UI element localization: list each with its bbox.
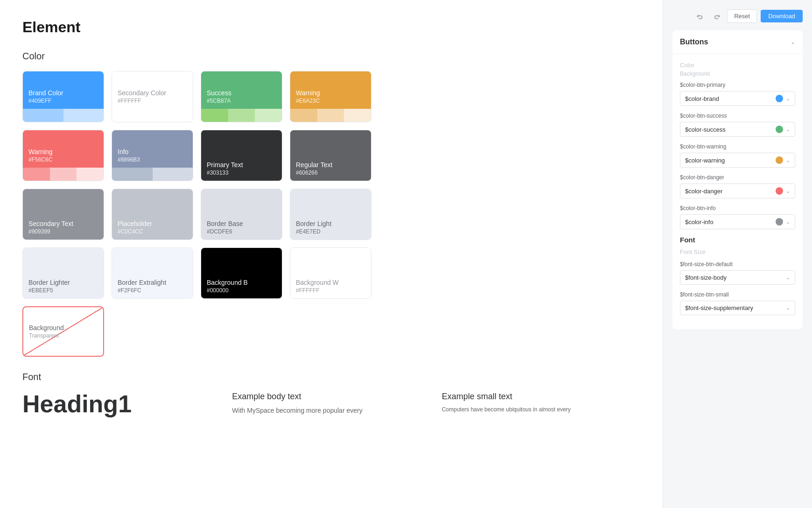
color-subsection-title: Color [680,62,795,69]
swatch-bg-white-hex: #FFFFFF [296,287,365,294]
swatch-info[interactable]: Info #8896B3 [112,130,193,181]
swatch-secondary[interactable]: Secondary Color #FFFFFF [112,71,193,122]
color-btn-success-dropdown[interactable]: $color-success ⌄ [680,122,795,137]
swatch-border-lighter-name: Border Lighter [28,279,98,286]
swatch-success[interactable]: Success #5CB87A [201,71,282,122]
swatch-brand-hex: #409EFF [28,98,98,104]
swatch-brand[interactable]: Brand Color #409EFF [22,71,104,122]
swatch-border-extralight-hex: #F2F6FC [118,287,187,294]
redo-button[interactable] [710,10,723,23]
swatch-border-light-name: Border Light [296,220,365,227]
swatch-secondary-text-hex: #909399 [28,228,98,235]
font-body-title: Example body text [232,392,430,402]
color-btn-warning-dropdown[interactable]: $color-warning ⌄ [680,153,795,168]
swatch-bg-transparent-hex: Transparent [29,332,98,339]
swatch-warning-red[interactable]: Warning #F56C6C [22,130,104,181]
buttons-chevron-icon: ⌄ [791,39,795,45]
swatch-info-name: Info [118,148,187,155]
font-section-title: Font [22,372,640,382]
color-btn-primary-chevron: ⌄ [786,96,790,102]
font-size-btn-small-label: $font-size-btn-small [680,291,795,298]
color-btn-warning-right: ⌄ [776,156,790,164]
color-btn-info-dot [776,218,783,226]
swatch-bg-white[interactable]: Background W #FFFFFF [290,247,371,299]
color-btn-danger-value: $color-danger [685,188,722,195]
font-size-btn-default-chevron: ⌄ [786,275,790,281]
color-btn-danger-label: $color-btn-danger [680,174,795,181]
color-btn-danger-chevron: ⌄ [786,188,790,194]
color-btn-warning-label: $color-btn-warning [680,143,795,150]
swatch-border-lighter-hex: #EBEEF5 [28,287,98,294]
swatch-success-hex: #5CB87A [207,98,276,104]
swatch-regular-text-hex: #606266 [296,169,365,176]
swatch-regular-text-name: Regular Text [296,161,365,169]
color-btn-success-label: $color-btn-success [680,113,795,119]
right-panel: Reset Download Buttons ⌄ Color Backgroun… [663,0,812,508]
swatch-secondary-hex: #FFFFFF [118,98,187,104]
buttons-section-title: Buttons [680,38,708,46]
swatch-warning-red-hex: #F56C6C [28,156,98,163]
swatch-primary-text[interactable]: Primary Text #303133 [201,130,282,181]
color-section-title: Color [22,51,640,62]
buttons-section-header[interactable]: Buttons ⌄ [672,30,803,54]
swatch-bg-black-hex: #000000 [207,287,276,294]
swatch-border-light-hex: #E4E7ED [296,228,365,235]
swatch-placeholder-hex: #C0C4CC [118,228,187,235]
main-content: Element Color Brand Color #409EFF Second… [0,0,663,508]
swatch-secondary-name: Secondary Color [118,89,187,97]
color-btn-info-dropdown[interactable]: $color-info ⌄ [680,214,795,229]
buttons-section: Buttons ⌄ Color Background $color-btn-pr… [672,30,803,329]
swatch-placeholder[interactable]: Placeholder #C0C4CC [112,189,193,240]
font-size-label: Font Size [680,248,795,255]
swatch-border-base[interactable]: Border Base #DCDFE6 [201,189,282,240]
font-size-btn-default-dropdown[interactable]: $font-size-body ⌄ [680,270,795,285]
swatch-border-extralight-name: Border Extralight [118,279,187,286]
swatch-border-lighter[interactable]: Border Lighter #EBEEF5 [22,247,104,299]
swatch-regular-text[interactable]: Regular Text #606266 [290,130,371,181]
reset-button[interactable]: Reset [727,9,757,23]
swatch-bg-black[interactable]: Background B #000000 [201,247,282,299]
swatch-secondary-text-name: Secondary Text [28,220,98,227]
download-button[interactable]: Download [761,10,803,22]
font-examples: Heading1 Example body text With MySpace … [22,392,640,420]
swatch-placeholder-name: Placeholder [118,220,187,227]
swatch-warning-amber[interactable]: Warning #E6A23C [290,71,371,122]
page-title: Element [22,19,640,36]
swatch-primary-text-name: Primary Text [207,161,276,169]
font-small-text: Computers have become ubiquitous in almo… [442,405,640,414]
swatch-bg-transparent-name: Background [29,324,98,332]
swatch-border-extralight[interactable]: Border Extralight #F2F6FC [112,247,193,299]
font-body-example: Example body text With MySpace becoming … [232,392,430,420]
font-subsection-main-title: Font [680,236,795,244]
swatch-primary-text-hex: #303133 [207,169,276,176]
panel-toolbar: Reset Download [663,0,812,30]
swatch-bg-transparent[interactable]: Background Transparent [22,306,104,357]
font-small-title: Example small text [442,392,640,402]
swatch-secondary-text[interactable]: Secondary Text #909399 [22,189,104,240]
swatch-border-base-hex: #DCDFE6 [207,228,276,235]
swatch-border-base-name: Border Base [207,220,276,227]
color-btn-success-value: $color-success [685,126,726,133]
undo-button[interactable] [693,10,707,23]
font-size-btn-small-dropdown[interactable]: $font-size-supplementary ⌄ [680,301,795,315]
font-small-example: Example small text Computers have become… [442,392,640,420]
swatch-warning-amber-hex: #E6A23C [296,98,365,104]
swatch-border-light[interactable]: Border Light #E4E7ED [290,189,371,240]
color-grid: Brand Color #409EFF Secondary Color #FFF… [22,71,640,357]
font-body-text: With MySpace becoming more popular every [232,405,430,416]
color-btn-primary-right: ⌄ [776,95,790,102]
color-btn-warning-value: $color-warning [685,157,725,164]
swatch-warning-amber-name: Warning [296,89,365,97]
color-btn-warning-dot [776,156,783,164]
color-btn-primary-dropdown[interactable]: $color-brand ⌄ [680,91,795,106]
swatch-brand-name: Brand Color [28,89,98,97]
panel-body: Buttons ⌄ Color Background $color-btn-pr… [663,30,812,508]
swatch-warning-red-name: Warning [28,148,98,155]
color-btn-danger-dropdown[interactable]: $color-danger ⌄ [680,183,795,198]
color-btn-info-right: ⌄ [776,218,790,226]
font-size-btn-default-label: $font-size-btn-default [680,261,795,268]
font-heading-example: Heading1 [22,392,221,420]
background-label: Background [680,71,795,77]
swatch-success-name: Success [207,89,276,97]
color-btn-info-chevron: ⌄ [786,219,790,225]
